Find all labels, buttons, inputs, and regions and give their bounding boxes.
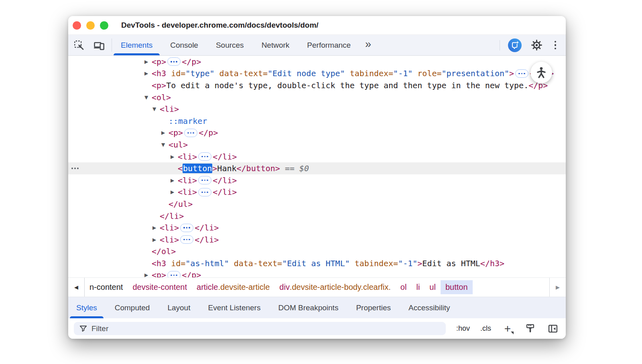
dom-tree-row[interactable]: ▼<ul>	[68, 139, 566, 151]
tab-network[interactable]: Network	[261, 35, 291, 55]
dom-tree-row[interactable]: ▶<li></li>	[68, 222, 566, 234]
dom-tree-row[interactable]: <p>To edit a node's type, double-click t…	[68, 79, 566, 91]
more-tabs-button[interactable]: »	[365, 35, 371, 55]
breadcrumb-item-li[interactable]: li	[411, 280, 425, 294]
dom-token: </li>	[160, 211, 184, 221]
dom-token: <p>	[152, 81, 166, 90]
tab-sources[interactable]: Sources	[215, 35, 245, 55]
collapsed-children-ellipsis-button[interactable]	[198, 152, 211, 161]
dom-tree-row[interactable]: </ul>	[68, 198, 566, 210]
breadcrumb-scroll-right-icon[interactable]: ▶	[549, 278, 566, 297]
dom-token: </p>	[182, 270, 201, 277]
breadcrumb-item-devsite-content[interactable]: devsite-content	[128, 280, 192, 294]
expand-open-icon[interactable]: ▼	[152, 106, 160, 112]
breadcrumb-item-n-content[interactable]: n-content	[85, 280, 128, 294]
breadcrumb-item-ul[interactable]: ul	[425, 280, 441, 294]
styles-tab-computed[interactable]: Computed	[114, 297, 151, 318]
expand-closed-icon[interactable]: ▶	[171, 154, 178, 160]
dom-token: "presentation"	[442, 69, 510, 78]
dom-token: </p>	[199, 128, 218, 138]
dom-tree-row[interactable]: ::marker	[68, 115, 566, 127]
collapsed-children-ellipsis-button[interactable]	[198, 176, 211, 184]
new-style-rule-button[interactable]: +	[502, 322, 514, 336]
breadcrumb-item-button[interactable]: button	[441, 280, 473, 294]
collapsed-children-ellipsis-button[interactable]	[167, 57, 181, 66]
expand-closed-icon[interactable]: ▶	[171, 189, 178, 195]
dom-token: </li>	[195, 235, 219, 245]
dom-token: </p>	[182, 57, 201, 67]
styles-tab-event-listeners[interactable]: Event Listeners	[207, 297, 261, 318]
dom-token: <ol>	[152, 93, 171, 102]
dom-token: tabindex=	[350, 69, 393, 78]
dom-token: $0	[299, 164, 309, 173]
collapsed-children-ellipsis-button[interactable]	[184, 129, 197, 137]
settings-gear-icon[interactable]	[530, 38, 543, 52]
ai-assistance-icon[interactable]	[508, 38, 522, 52]
expand-closed-icon[interactable]: ▶	[171, 178, 178, 183]
dom-tree-row[interactable]: ▶<p></p>	[68, 56, 566, 68]
minimize-window-button[interactable]	[86, 21, 95, 30]
dom-tree-row[interactable]: ▶<p></p>	[68, 127, 566, 139]
styles-tab-dom-breakpoints[interactable]: DOM Breakpoints	[277, 297, 339, 318]
dom-token: >	[509, 69, 514, 78]
expand-open-icon[interactable]: ▼	[144, 95, 152, 100]
dom-token: </li>	[213, 187, 237, 197]
tab-elements[interactable]: Elements	[120, 35, 153, 55]
paint-brush-icon[interactable]	[524, 322, 536, 336]
dom-token: "-1"	[393, 69, 412, 78]
styles-tab-layout[interactable]: Layout	[167, 297, 191, 318]
expand-closed-icon[interactable]: ▶	[152, 237, 160, 243]
dom-token: >	[212, 164, 217, 173]
styles-filter-input[interactable]	[74, 322, 446, 335]
breadcrumb-item-ol[interactable]: ol	[396, 280, 412, 294]
window-title: DevTools - developer.chrome.com/docs/dev…	[121, 21, 319, 30]
dom-tree-row[interactable]: ▼<li>	[68, 103, 566, 115]
zoom-window-button[interactable]	[100, 21, 108, 30]
dom-tree-row[interactable]: ▶<li></li>	[68, 186, 566, 198]
dom-tree-row[interactable]: ▶<li></li>	[68, 234, 566, 246]
breadcrumb-item-article[interactable]: article.devsite-article	[192, 280, 274, 294]
toggle-class-button[interactable]: .cls	[480, 324, 491, 333]
kebab-menu-icon[interactable]	[551, 41, 559, 50]
styles-tab-properties[interactable]: Properties	[355, 297, 392, 318]
dom-tree-row[interactable]: <h3 id="as-html" data-text="Edit as HTML…	[68, 257, 566, 269]
collapsed-children-ellipsis-button[interactable]	[180, 224, 193, 232]
breadcrumb-item-div[interactable]: div.devsite-article-body.clearfix.	[274, 280, 396, 294]
breadcrumb: n-contentdevsite-contentarticle.devsite-…	[85, 278, 473, 297]
styles-tab-accessibility[interactable]: Accessibility	[408, 297, 451, 318]
node-options-dots-icon[interactable]	[71, 168, 79, 169]
expand-open-icon[interactable]: ▼	[161, 142, 169, 148]
expand-closed-icon[interactable]: ▶	[161, 130, 169, 135]
tab-console[interactable]: Console	[169, 35, 199, 55]
dom-tree-row[interactable]: ▼<ol>	[68, 91, 566, 103]
styles-panel-tabs: StylesComputedLayoutEvent ListenersDOM B…	[68, 297, 566, 318]
collapsed-children-ellipsis-button[interactable]	[180, 235, 193, 244]
expand-closed-icon[interactable]: ▶	[144, 71, 152, 76]
dom-tree-row[interactable]: ▶<h3 id="type" data-text="Edit node type…	[68, 68, 566, 80]
dom-tree-row[interactable]: ▶<p></p>	[68, 269, 566, 277]
styles-tab-styles[interactable]: Styles	[75, 297, 98, 318]
dom-token: "type"	[185, 69, 214, 78]
dom-tree-row[interactable]: ▶<li></li>	[68, 151, 566, 163]
toggle-element-state-button[interactable]: :hov	[456, 324, 470, 333]
dom-token	[215, 69, 219, 78]
dom-token: <	[178, 164, 183, 173]
close-window-button[interactable]	[73, 21, 81, 30]
device-toolbar-icon[interactable]	[92, 38, 106, 52]
dom-token: id=	[171, 259, 185, 268]
expand-closed-icon[interactable]: ▶	[144, 59, 152, 65]
inspect-element-icon[interactable]	[72, 38, 86, 52]
dom-token: <li>	[160, 104, 179, 114]
collapsed-children-ellipsis-button[interactable]	[198, 188, 211, 196]
breadcrumb-scroll-left-icon[interactable]: ◀	[68, 278, 85, 297]
collapsed-children-ellipsis-button[interactable]	[515, 69, 528, 78]
tab-performance[interactable]: Performance	[306, 35, 351, 55]
dom-tree-row[interactable]: ▶<li></li>	[68, 174, 566, 186]
dom-tree-row[interactable]: </ol>	[68, 246, 566, 258]
collapsed-children-ellipsis-button[interactable]	[167, 271, 181, 277]
expand-closed-icon[interactable]: ▶	[144, 272, 152, 277]
expand-closed-icon[interactable]: ▶	[152, 225, 160, 231]
dom-tree-row-selected[interactable]: <button>Hank</button> == $0	[68, 162, 566, 174]
toggle-sidebar-icon[interactable]	[547, 322, 559, 336]
dom-tree-row[interactable]: </li>	[68, 210, 566, 222]
